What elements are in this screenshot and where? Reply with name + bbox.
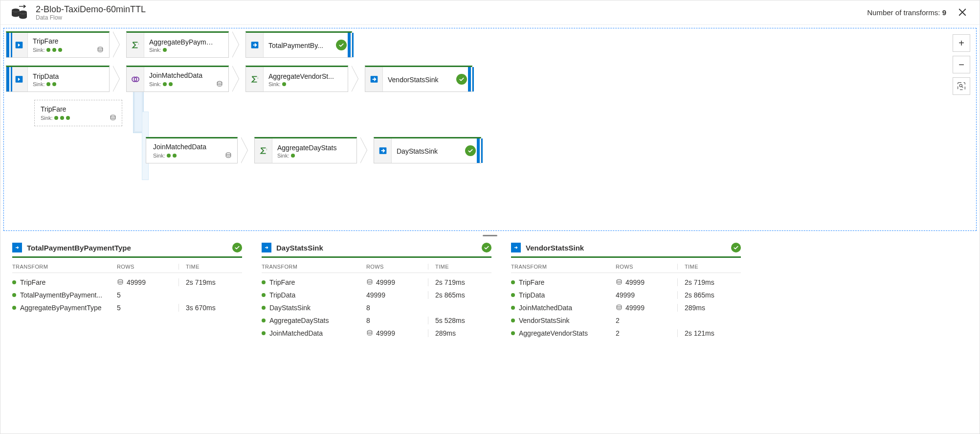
sink-icon [511,243,521,252]
result-card[interactable]: DayStatsSink TRANSFORMROWSTIME TripFare … [262,241,491,340]
barrel-icon [117,279,124,286]
node-aggregate-day[interactable]: AggregateDayStats Sink: [254,137,357,163]
node-day-sink[interactable]: DayStatsSink [374,137,481,163]
transform-name: JoinMatchedData [519,304,572,312]
barrel-icon [616,279,623,286]
result-row[interactable]: TripData 49999 2s 865ms [262,289,491,301]
row-count: 5 [117,304,121,312]
success-icon [482,243,491,252]
node-aggregate-by-payment[interactable]: AggregateByPayme... Sink: [126,31,229,58]
result-row[interactable]: VendorStatsSink 2 [511,314,741,327]
transform-name: TripFare [519,278,544,286]
time-value: 2s 719ms [178,278,242,286]
zoom-fit-button[interactable] [953,77,970,95]
status-dot [262,280,266,284]
canvas[interactable]: + − TripFare Sink: [3,28,977,231]
aggregate-icon [250,75,259,84]
result-row[interactable]: TripFare 49999 2s 719ms [12,276,242,289]
node-join-matched[interactable]: JoinMatchedData Sink: [126,66,229,92]
barrel-icon [96,46,104,54]
row-count: 5 [117,291,121,299]
time-value: 2s 719ms [677,278,741,286]
time-value: 2s 865ms [428,291,491,299]
node-join-matched-ref[interactable]: JoinMatchedData Sink: [146,137,238,163]
node-tripdata[interactable]: TripData Sink: [6,66,110,92]
status-dot [262,306,266,310]
row-count: 49999 [376,278,395,286]
node-tripfare-ref[interactable]: TripFare Sink: [34,100,122,126]
transform-name: TripFare [269,278,295,286]
status-dot [511,306,515,310]
barrel-icon [224,152,232,160]
barrel-icon [616,304,623,311]
result-row[interactable]: AggregateDayStats 8 5s 528ms [262,314,491,327]
transform-name: TotalPaymentByPayment... [20,291,102,299]
result-row[interactable]: AggregateVendorStats 2 2s 121ms [511,327,741,340]
success-icon [456,74,467,85]
status-dot [262,319,266,322]
time-value: 2s 719ms [428,278,491,286]
transform-name: JoinMatchedData [269,329,323,337]
transform-count: Number of transforms: 9 [867,8,946,17]
transform-name: AggregateVendorStats [519,329,588,337]
chevron-icon [241,137,252,163]
row-count: 49999 [366,291,385,299]
node-aggregate-vendor[interactable]: AggregateVendorSt... Sink: [245,66,348,92]
zoom-out-button[interactable]: − [953,56,970,73]
result-row[interactable]: JoinMatchedData 49999 289ms [262,327,491,340]
success-icon [465,145,476,156]
result-row[interactable]: DayStatsSink 8 [262,301,491,314]
barrel-icon [366,330,373,337]
source-icon [15,41,23,49]
aggregate-icon [259,146,268,155]
zoom-controls: + − [953,34,970,95]
transform-name: AggregateDayStats [269,317,329,324]
row-count: 8 [366,304,370,312]
result-card-title: VendorStatsSink [526,244,584,252]
result-card-header: DayStatsSink [262,241,491,258]
time-value: 289ms [428,329,491,337]
result-row[interactable]: TripData 49999 2s 865ms [511,289,741,301]
node-total-payment[interactable]: TotalPaymentBy... [245,31,352,58]
result-card[interactable]: TotalPaymentByPaymentType TRANSFORMROWST… [12,241,242,340]
sink-icon [250,41,259,49]
transform-name: VendorStatsSink [519,317,570,324]
time-value: 289ms [677,304,741,312]
node-tripfare[interactable]: TripFare Sink: [6,31,110,58]
node-vendor-sink[interactable]: VendorStatsSink [365,66,472,92]
row-count: 49999 [127,278,146,286]
status-dot [12,293,16,297]
header: 2-Blob-TaxiDemo-60minTTL Data Flow Numbe… [0,0,980,25]
close-button[interactable] [955,6,970,20]
page-subtitle: Data Flow [36,14,146,21]
chevron-icon [112,31,124,58]
transform-name: AggregateByPaymentType [20,304,102,312]
result-card-header: VendorStatsSink [511,241,741,258]
chevron-icon [232,66,244,92]
result-row[interactable]: TripFare 49999 2s 719ms [262,276,491,289]
time-value: 5s 528ms [428,317,491,324]
time-value: 3s 670ms [178,304,242,312]
result-row[interactable]: JoinMatchedData 49999 289ms [511,301,741,314]
result-card-title: TotalPaymentByPaymentType [27,244,131,252]
page-title: 2-Blob-TaxiDemo-60minTTL [36,4,146,15]
row-count: 49999 [376,329,395,337]
barrel-icon [216,80,223,88]
row-count: 49999 [625,304,645,312]
status-dot [12,280,16,284]
result-row[interactable]: TripFare 49999 2s 719ms [511,276,741,289]
row-count: 2 [616,329,620,337]
sink-icon [379,146,387,155]
sink-icon [262,243,271,252]
column-headers: TRANSFORMROWSTIME [511,261,741,273]
zoom-in-button[interactable]: + [953,34,970,52]
row-count: 49999 [625,278,645,286]
result-card[interactable]: VendorStatsSink TRANSFORMROWSTIME TripFa… [511,241,741,340]
row-count: 2 [616,317,620,324]
status-dot [511,280,515,284]
result-row[interactable]: AggregateByPaymentType 5 3s 670ms [12,301,242,314]
row-count: 8 [366,317,370,324]
status-dot [511,319,515,322]
sink-icon [12,243,22,252]
result-row[interactable]: TotalPaymentByPayment... 5 [12,289,242,301]
